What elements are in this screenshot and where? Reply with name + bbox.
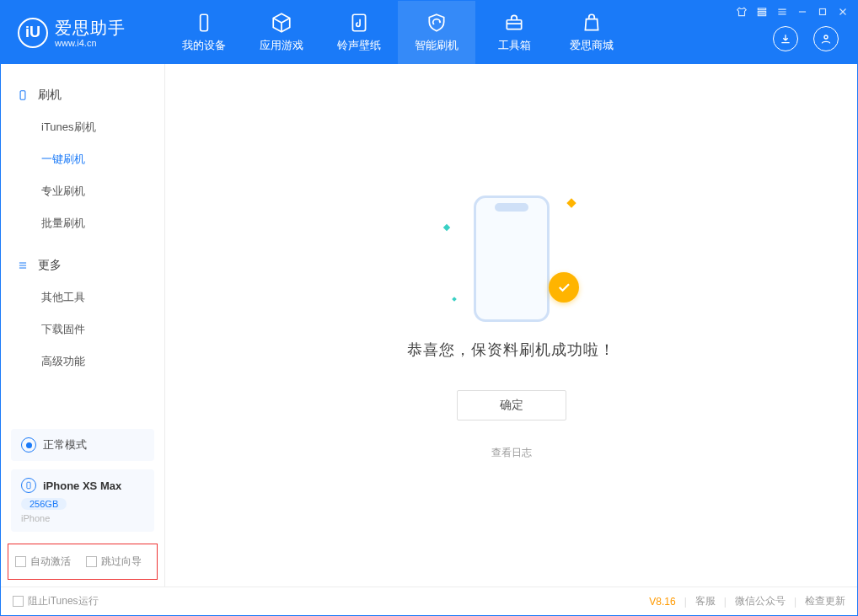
device-card[interactable]: iPhone XS Max 256GB iPhone xyxy=(11,469,154,532)
checkbox-label: 跳过向导 xyxy=(101,554,142,569)
sidebar-group-more: 更多 xyxy=(1,249,164,281)
sparkle-icon xyxy=(452,297,457,302)
header-actions xyxy=(773,26,839,51)
main-content: 恭喜您，保资料刷机成功啦！ 确定 查看日志 xyxy=(165,64,857,587)
svg-rect-3 xyxy=(758,8,765,10)
support-link[interactable]: 客服 xyxy=(695,594,716,608)
checkbox-skip-guide[interactable]: 跳过向导 xyxy=(86,554,142,569)
window-controls xyxy=(736,6,849,18)
ok-button[interactable]: 确定 xyxy=(457,390,566,420)
tab-label: 智能刷机 xyxy=(415,38,458,53)
sidebar-item-oneclick-flash[interactable]: 一键刷机 xyxy=(1,143,164,175)
mode-icon xyxy=(21,437,36,453)
mode-label: 正常模式 xyxy=(43,437,87,453)
tab-label: 工具箱 xyxy=(498,38,531,53)
svg-rect-5 xyxy=(758,14,765,16)
body: 刷机 iTunes刷机 一键刷机 专业刷机 批量刷机 更多 其他工具 下载固件 … xyxy=(1,64,857,587)
tab-label: 应用游戏 xyxy=(260,38,303,53)
svg-point-7 xyxy=(824,35,828,39)
sidebar-item-pro-flash[interactable]: 专业刷机 xyxy=(1,175,164,207)
skin-icon[interactable] xyxy=(736,6,748,18)
bag-icon xyxy=(581,12,603,34)
music-file-icon xyxy=(348,12,370,34)
checkbox-icon xyxy=(13,596,24,607)
sidebar-group-label: 更多 xyxy=(38,258,62,273)
maximize-button[interactable] xyxy=(817,6,829,18)
sparkle-icon xyxy=(566,198,576,207)
svg-rect-4 xyxy=(758,11,765,13)
sidebar-group-label: 刷机 xyxy=(38,88,62,103)
tab-label: 我的设备 xyxy=(182,38,226,53)
sidebar-cards: 正常模式 iPhone XS Max 256GB iPhone xyxy=(1,429,164,532)
mode-card[interactable]: 正常模式 xyxy=(11,429,154,461)
logo-area: iU 爱思助手 www.i4.cn xyxy=(1,1,165,64)
checkbox-label: 自动激活 xyxy=(30,554,71,569)
header: iU 爱思助手 www.i4.cn 我的设备 应用游戏 铃声壁纸 智能刷机 xyxy=(1,1,857,64)
tab-label: 铃声壁纸 xyxy=(337,38,381,53)
download-button[interactable] xyxy=(773,26,798,51)
footer: 阻止iTunes运行 V8.16 | 客服 | 微信公众号 | 检查更新 xyxy=(1,587,857,615)
list-icon[interactable] xyxy=(756,6,768,18)
svg-rect-2 xyxy=(507,20,521,29)
sidebar: 刷机 iTunes刷机 一键刷机 专业刷机 批量刷机 更多 其他工具 下载固件 … xyxy=(1,64,165,587)
device-capacity: 256GB xyxy=(21,498,67,510)
logo-icon: iU xyxy=(18,18,48,48)
checkbox-auto-activate[interactable]: 自动激活 xyxy=(15,554,71,569)
svg-rect-0 xyxy=(201,14,208,31)
tab-toolbox[interactable]: 工具箱 xyxy=(475,1,553,64)
success-illustration xyxy=(453,191,571,326)
toolbox-icon xyxy=(503,12,525,34)
sparkle-icon xyxy=(442,223,449,230)
sidebar-item-itunes-flash[interactable]: iTunes刷机 xyxy=(1,111,164,143)
account-button[interactable] xyxy=(813,26,839,51)
close-button[interactable] xyxy=(837,6,849,18)
cube-icon xyxy=(271,12,292,34)
app-window: iU 爱思助手 www.i4.cn 我的设备 应用游戏 铃声壁纸 智能刷机 xyxy=(0,0,858,616)
sidebar-item-batch-flash[interactable]: 批量刷机 xyxy=(1,207,164,239)
phone-outline-icon xyxy=(16,88,29,102)
sidebar-item-other-tools[interactable]: 其他工具 xyxy=(1,281,164,313)
svg-rect-6 xyxy=(820,9,826,15)
checkbox-block-itunes[interactable]: 阻止iTunes运行 xyxy=(13,594,99,608)
success-message: 恭喜您，保资料刷机成功啦！ xyxy=(407,340,615,360)
device-type: iPhone xyxy=(21,513,144,523)
svg-rect-9 xyxy=(27,482,30,489)
device-name: iPhone XS Max xyxy=(43,479,121,492)
checkmark-badge-icon xyxy=(549,272,579,303)
phone-illustration-icon xyxy=(474,196,550,322)
minimize-button[interactable] xyxy=(796,6,808,18)
device-icon xyxy=(193,12,215,34)
svg-rect-8 xyxy=(20,91,25,100)
tab-my-device[interactable]: 我的设备 xyxy=(165,1,243,64)
tab-smart-flash[interactable]: 智能刷机 xyxy=(398,1,475,64)
refresh-shield-icon xyxy=(426,12,448,34)
menu-icon[interactable] xyxy=(776,6,788,18)
checkbox-label: 阻止iTunes运行 xyxy=(28,594,99,608)
list-lines-icon xyxy=(16,259,29,272)
wechat-link[interactable]: 微信公众号 xyxy=(735,594,786,608)
device-phone-icon xyxy=(21,478,36,493)
checkbox-icon xyxy=(86,556,97,567)
sidebar-item-firmware[interactable]: 下载固件 xyxy=(1,313,164,345)
tab-label: 爱思商城 xyxy=(570,38,614,53)
version-label: V8.16 xyxy=(649,596,675,608)
tab-apps[interactable]: 应用游戏 xyxy=(243,1,320,64)
sidebar-group-flash: 刷机 xyxy=(1,79,164,111)
app-title: 爱思助手 xyxy=(55,17,126,40)
tab-store[interactable]: 爱思商城 xyxy=(553,1,630,64)
tab-ringtone[interactable]: 铃声壁纸 xyxy=(320,1,398,64)
app-subtitle: www.i4.cn xyxy=(55,38,126,48)
svg-rect-1 xyxy=(352,14,365,31)
view-log-link[interactable]: 查看日志 xyxy=(491,446,532,460)
check-update-link[interactable]: 检查更新 xyxy=(805,594,845,608)
sidebar-item-advanced[interactable]: 高级功能 xyxy=(1,345,164,378)
flash-options-box: 自动激活 跳过向导 xyxy=(8,544,158,580)
checkbox-icon xyxy=(15,556,26,567)
